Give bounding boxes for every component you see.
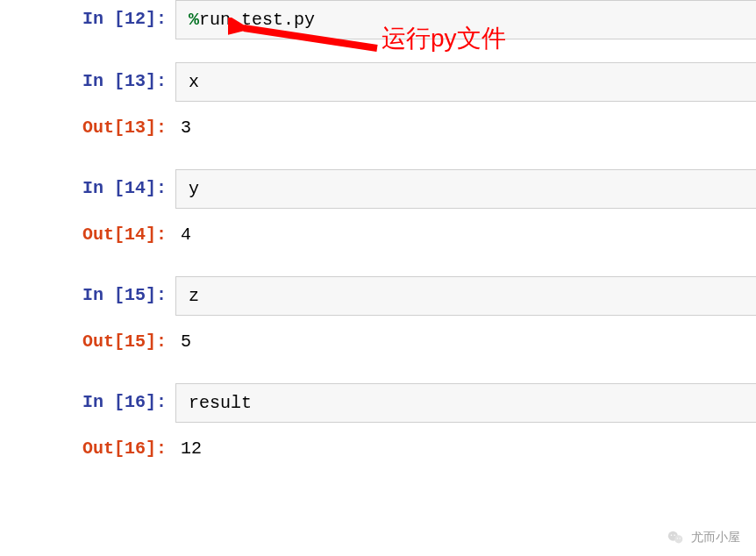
- code-input-14[interactable]: y: [175, 169, 756, 209]
- cell-out-13: Out[13]: 3: [0, 109, 756, 146]
- cell-in-13: In [13]: x: [0, 62, 756, 102]
- code-text: z: [189, 286, 199, 306]
- output-16: 12: [175, 430, 756, 467]
- prompt-in-12: In [12]:: [0, 0, 175, 29]
- code-text: x: [189, 72, 199, 92]
- prompt-label: Out[16]:: [82, 438, 167, 459]
- prompt-out-15: Out[15]:: [0, 323, 175, 352]
- watermark-text: 尤而小屋: [691, 530, 740, 545]
- cell-out-14: Out[14]: 4: [0, 216, 756, 253]
- output-value: 5: [181, 331, 191, 352]
- prompt-label: In [14]:: [82, 178, 167, 198]
- magic-prefix: %: [189, 10, 199, 30]
- output-value: 3: [181, 118, 191, 138]
- wechat-icon: [667, 528, 686, 547]
- prompt-out-13: Out[13]:: [0, 109, 175, 138]
- output-value: 12: [181, 438, 202, 459]
- prompt-label: In [13]:: [82, 71, 167, 91]
- cell-in-15: In [15]: z: [0, 276, 756, 316]
- code-input-15[interactable]: z: [175, 276, 756, 316]
- prompt-out-14: Out[14]:: [0, 216, 175, 245]
- output-15: 5: [175, 323, 756, 360]
- output-value: 4: [181, 225, 191, 245]
- code-text: y: [189, 179, 199, 199]
- svg-point-7: [679, 538, 680, 538]
- prompt-label: In [16]:: [82, 392, 167, 412]
- cell-in-16: In [16]: result: [0, 383, 756, 423]
- svg-point-3: [674, 535, 682, 543]
- prompt-label: Out[13]:: [82, 118, 167, 138]
- code-input-13[interactable]: x: [175, 62, 756, 102]
- prompt-label: In [12]:: [82, 9, 167, 29]
- code-text: run test.py: [199, 10, 315, 30]
- code-text: result: [189, 393, 252, 413]
- prompt-in-13: In [13]:: [0, 62, 175, 91]
- prompt-in-16: In [16]:: [0, 383, 175, 412]
- cell-in-12: In [12]: %run test.py: [0, 0, 756, 39]
- prompt-in-14: In [14]:: [0, 169, 175, 198]
- cell-out-15: Out[15]: 5: [0, 323, 756, 360]
- svg-point-5: [674, 534, 675, 536]
- cell-out-16: Out[16]: 12: [0, 430, 756, 467]
- code-input-16[interactable]: result: [175, 383, 756, 423]
- prompt-in-15: In [15]:: [0, 276, 175, 305]
- output-13: 3: [175, 109, 756, 146]
- prompt-label: In [15]:: [82, 285, 167, 305]
- svg-point-6: [677, 538, 678, 538]
- svg-point-4: [671, 534, 673, 536]
- cell-in-14: In [14]: y: [0, 169, 756, 209]
- prompt-label: Out[14]:: [82, 225, 167, 245]
- watermark: 尤而小屋: [667, 528, 740, 547]
- prompt-out-16: Out[16]:: [0, 430, 175, 459]
- code-input-12[interactable]: %run test.py: [175, 0, 756, 39]
- output-14: 4: [175, 216, 756, 253]
- prompt-label: Out[15]:: [82, 331, 167, 352]
